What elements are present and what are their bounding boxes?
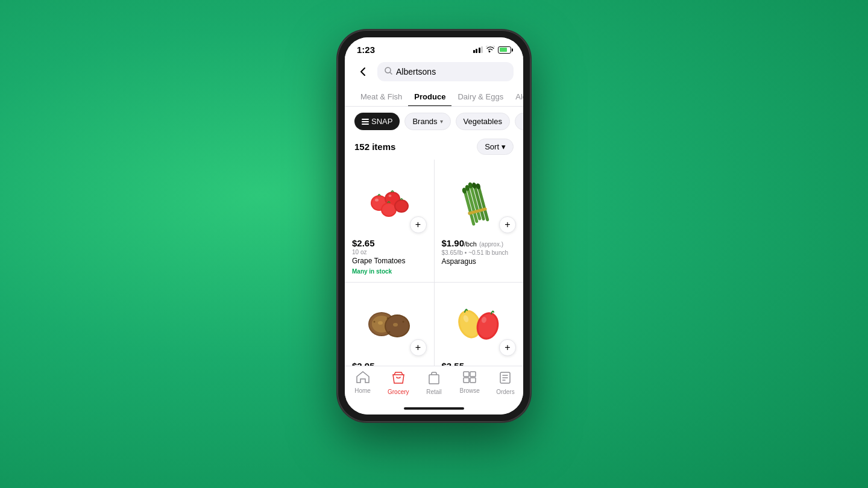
herbs-label: Herbs [523,117,523,126]
snap-chip[interactable]: SNAP [354,113,400,130]
product-card-peppers: + $3.55 1 lb Mini Sweet Peppers [435,283,524,366]
tab-alcohol[interactable]: Alcohol [509,87,523,106]
tab-meat-fish[interactable]: Meat & Fish [354,87,408,106]
svg-rect-45 [464,378,469,383]
tomatoes-badge: Many in stock [352,268,427,275]
product-card-kiwi: + $2.95 1 lb Green Kiwi Pack [345,283,434,366]
product-card-tomatoes: + $2.65 10 oz Grape Tomatoes Many in sto… [345,160,434,282]
nav-browse-label: Browse [460,387,480,394]
svg-point-12 [375,199,379,202]
svg-rect-43 [464,372,469,377]
phone-device: 1:23 [338,30,530,422]
svg-point-13 [388,195,391,197]
tomato-illustration [362,176,417,224]
tab-dairy-eggs[interactable]: Dairy & Eggs [451,87,509,106]
svg-point-30 [378,321,383,325]
add-peppers-button[interactable]: + [499,339,516,356]
nav-grocery[interactable]: Grocery [380,371,416,395]
brands-chevron: ▾ [440,118,443,125]
brands-chip[interactable]: Brands ▾ [404,113,450,130]
brands-label: Brands [412,117,437,126]
home-bar [404,407,464,410]
nav-home-label: Home [354,387,371,394]
sort-chevron: ▾ [502,142,506,151]
asparagus-illustration [454,172,503,229]
svg-point-33 [386,317,388,319]
sort-button[interactable]: Sort ▾ [477,139,514,155]
asparagus-price-sub: (approx.) [479,241,503,248]
grocery-icon [392,371,404,387]
tomatoes-unit: 10 oz [352,249,427,255]
vegetables-label: Vegetables [464,117,502,126]
product-image-kiwi: + [352,290,427,356]
product-grid: + $2.65 10 oz Grape Tomatoes Many in sto… [345,160,523,366]
search-bar: Albertsons [345,58,523,87]
asparagus-price-row: $1.90/bch (approx.) [442,238,517,249]
browse-icon [463,371,476,386]
svg-point-32 [373,321,375,322]
svg-point-11 [395,201,407,211]
status-bar: 1:23 [345,37,523,58]
tomatoes-name: Grape Tomatoes [352,257,427,266]
asparagus-price: $1.90/bch [442,238,480,248]
svg-point-35 [402,321,404,322]
search-input-wrap[interactable]: Albertsons [377,62,514,81]
product-image-peppers: + [442,290,517,356]
items-count: 152 items [354,142,395,152]
svg-point-9 [382,204,395,216]
product-image-asparagus: + [442,167,517,233]
items-header: 152 items Sort ▾ [345,136,523,160]
filter-chips: SNAP Brands ▾ Vegetables Herbs [345,107,523,136]
phone-screen: 1:23 [345,37,523,414]
product-card-asparagus: + $1.90/bch (approx.) $3.65/lb • ~0.51 l… [435,160,524,282]
home-icon [356,371,370,386]
nav-home[interactable]: Home [345,371,380,395]
add-asparagus-button[interactable]: + [499,216,516,233]
product-image-tomatoes: + [352,167,427,233]
wifi-icon [486,46,495,54]
svg-rect-3 [362,124,369,125]
nav-browse[interactable]: Browse [452,371,488,395]
svg-rect-1 [362,119,369,120]
nav-grocery-label: Grocery [388,389,409,395]
svg-point-34 [388,331,390,333]
asparagus-name: Asparagus [442,257,517,267]
nav-orders[interactable]: Orders [488,371,523,395]
svg-rect-46 [470,378,476,383]
nav-orders-label: Orders [496,389,515,395]
herbs-chip[interactable]: Herbs [515,113,523,130]
tab-produce[interactable]: Produce [408,87,451,106]
svg-point-31 [393,323,398,327]
search-text: Albertsons [396,67,436,77]
asparagus-price-detail: $3.65/lb • ~0.51 lb bunch [442,249,517,256]
battery-icon [498,46,511,54]
status-icons [473,46,512,54]
snap-label: SNAP [371,117,392,126]
peppers-price: $3.55 [442,361,517,366]
add-kiwi-button[interactable]: + [410,339,427,356]
nav-retail[interactable]: Retail [416,371,451,395]
vegetables-chip[interactable]: Vegetables [456,113,510,130]
retail-icon [428,371,440,387]
status-time: 1:23 [357,45,375,55]
signal-icon [473,46,483,53]
sort-label: Sort [485,142,499,151]
svg-rect-44 [470,372,476,377]
peppers-illustration [451,297,506,348]
bottom-nav: Home Grocery [345,366,523,402]
back-button[interactable] [354,63,371,80]
kiwi-price: $2.95 [352,361,427,366]
svg-point-29 [386,316,409,336]
kiwi-illustration [362,299,417,347]
home-indicator [345,402,523,414]
search-icon [385,67,392,77]
tomatoes-price: $2.65 [352,238,427,248]
svg-rect-42 [429,375,439,384]
add-tomatoes-button[interactable]: + [410,216,427,233]
orders-icon [499,371,511,387]
nav-retail-label: Retail [426,389,442,395]
svg-rect-2 [362,121,369,122]
category-tabs: Meat & Fish Produce Dairy & Eggs Alcohol… [345,87,523,107]
